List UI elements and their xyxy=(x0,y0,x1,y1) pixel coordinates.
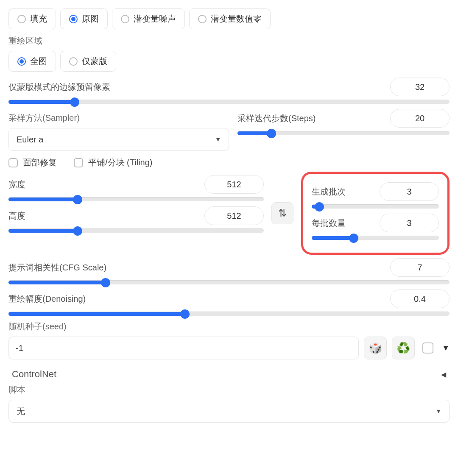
redraw-area-option-mask-only[interactable]: 仅蒙版 xyxy=(60,51,116,72)
sampler-select[interactable]: Euler a ▼ xyxy=(8,128,229,151)
script-label: 脚本 xyxy=(8,384,450,395)
batch-count-label: 生成批次 xyxy=(312,186,346,198)
radio-icon xyxy=(69,57,78,66)
radio-icon xyxy=(17,15,26,23)
height-label: 高度 xyxy=(8,210,25,222)
chevron-down-icon: ▼ xyxy=(436,408,441,415)
cfg-label: 提示词相关性(CFG Scale) xyxy=(8,262,106,273)
collapse-left-icon: ◀ xyxy=(441,370,446,379)
mask-content-option-latent-zero[interactable]: 潜变量数值零 xyxy=(189,8,271,29)
extra-seed-checkbox[interactable] xyxy=(422,342,433,354)
seed-value: -1 xyxy=(16,343,23,353)
redraw-area-label: 重绘区域 xyxy=(8,35,450,47)
width-value[interactable]: 512 xyxy=(204,175,264,194)
denoise-slider[interactable] xyxy=(8,312,450,316)
redraw-area-option-full[interactable]: 全图 xyxy=(8,51,56,72)
tiling-checkbox[interactable]: 平铺/分块 (Tiling) xyxy=(74,157,152,168)
random-seed-button[interactable]: 🎲 xyxy=(364,337,387,359)
radio-icon xyxy=(198,15,207,23)
steps-label: 采样迭代步数(Steps) xyxy=(237,113,316,124)
width-slider[interactable] xyxy=(8,197,264,201)
controlnet-accordion[interactable]: ControlNet ◀ xyxy=(8,369,450,380)
face-restore-checkbox[interactable]: 面部修复 xyxy=(8,157,57,168)
radio-icon xyxy=(17,57,26,66)
steps-slider[interactable] xyxy=(237,131,450,135)
height-value[interactable]: 512 xyxy=(204,206,264,225)
mask-content-radio-group: 填充 原图 潜变量噪声 潜变量数值零 xyxy=(8,8,450,29)
checkbox-label: 面部修复 xyxy=(23,157,57,168)
option-label: 全图 xyxy=(30,56,47,67)
reuse-seed-button[interactable]: ♻️ xyxy=(392,337,415,359)
height-slider[interactable] xyxy=(8,228,264,233)
mask-padding-label: 仅蒙版模式的边缘预留像素 xyxy=(8,81,110,93)
batch-size-value[interactable]: 3 xyxy=(380,214,439,232)
radio-icon xyxy=(121,15,129,23)
denoise-slider-row: 重绘幅度(Denoising) 0.4 xyxy=(8,289,450,316)
checkbox-label: 平铺/分块 (Tiling) xyxy=(88,157,152,168)
cfg-slider-row: 提示词相关性(CFG Scale) 7 xyxy=(8,258,450,284)
denoise-label: 重绘幅度(Denoising) xyxy=(8,293,86,305)
swap-icon: ⇅ xyxy=(278,207,287,219)
width-label: 宽度 xyxy=(8,179,25,190)
mask-content-option-fill[interactable]: 填充 xyxy=(8,8,56,29)
script-select[interactable]: 无 ▼ xyxy=(8,400,450,423)
seed-input[interactable]: -1 xyxy=(8,337,359,359)
mask-padding-value[interactable]: 32 xyxy=(390,78,450,96)
option-label: 原图 xyxy=(82,13,99,25)
batch-settings-highlighted: 生成批次 3 每批数量 3 xyxy=(301,172,450,255)
mask-padding-slider[interactable] xyxy=(8,100,450,104)
batch-size-slider[interactable] xyxy=(312,236,439,240)
controlnet-label: ControlNet xyxy=(12,369,56,380)
mask-content-option-original[interactable]: 原图 xyxy=(60,8,108,29)
denoise-value[interactable]: 0.4 xyxy=(390,289,450,308)
seed-label: 随机种子(seed) xyxy=(8,321,450,332)
redraw-area-radio-group: 全图 仅蒙版 xyxy=(8,51,450,72)
batch-count-slider[interactable] xyxy=(312,204,439,209)
batch-count-value[interactable]: 3 xyxy=(380,182,439,201)
checkbox-icon xyxy=(8,158,18,167)
option-label: 潜变量噪声 xyxy=(134,13,176,25)
option-label: 潜变量数值零 xyxy=(211,13,262,25)
dice-icon: 🎲 xyxy=(369,342,382,355)
script-value: 无 xyxy=(17,406,25,417)
extra-seed-toggle[interactable]: ▼ xyxy=(442,344,450,353)
swap-dimensions-button[interactable]: ⇅ xyxy=(271,202,293,224)
mask-padding-slider-row: 仅蒙版模式的边缘预留像素 32 xyxy=(8,78,450,104)
recycle-icon: ♻️ xyxy=(397,342,410,355)
mask-content-option-latent-noise[interactable]: 潜变量噪声 xyxy=(112,8,185,29)
option-label: 填充 xyxy=(30,13,47,25)
sampler-label: 采样方法(Sampler) xyxy=(8,112,229,124)
checkbox-icon xyxy=(74,158,83,167)
radio-icon xyxy=(69,15,78,23)
batch-size-label: 每批数量 xyxy=(312,217,346,229)
sampler-value: Euler a xyxy=(17,135,43,145)
chevron-down-icon: ▼ xyxy=(215,136,221,143)
option-label: 仅蒙版 xyxy=(82,56,107,67)
steps-value[interactable]: 20 xyxy=(390,109,450,128)
cfg-slider[interactable] xyxy=(8,280,450,284)
cfg-value[interactable]: 7 xyxy=(390,258,450,277)
